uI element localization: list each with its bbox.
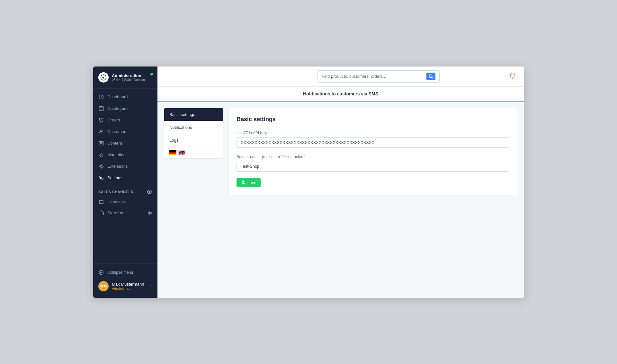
user-chevron-icon: ⌃ bbox=[149, 284, 152, 289]
user-role: Administrator bbox=[112, 287, 149, 290]
add-sales-channel-button[interactable] bbox=[147, 189, 152, 195]
app-logo bbox=[98, 72, 109, 83]
sidebar-item-label-content: Content bbox=[107, 141, 122, 146]
sub-nav-item-logs[interactable]: Logs bbox=[164, 134, 223, 147]
sidebar-item-label-dashboard: Dashboard bbox=[107, 94, 128, 99]
sender-name-label: Sender name: (maximum 11 characters) bbox=[237, 154, 509, 159]
svg-rect-17 bbox=[99, 212, 103, 215]
collapse-menu-icon bbox=[98, 270, 104, 275]
svg-point-20 bbox=[429, 75, 432, 77]
api-key-input[interactable] bbox=[237, 137, 509, 148]
svg-rect-28 bbox=[242, 183, 245, 184]
settings-icon bbox=[98, 175, 104, 181]
search-box bbox=[317, 70, 440, 83]
sidebar: Administration v6.4.4.1 Stable Version D… bbox=[93, 67, 157, 298]
svg-rect-16 bbox=[99, 200, 103, 204]
sidebar-item-content[interactable]: Content bbox=[93, 138, 157, 149]
svg-point-12 bbox=[101, 177, 102, 179]
save-button[interactable]: save bbox=[237, 178, 261, 187]
content-area: Basic settings Notifications Logs bbox=[157, 102, 524, 279]
avatar: MM bbox=[98, 281, 109, 291]
sub-nav-label-logs: Logs bbox=[169, 138, 178, 143]
sales-channels-header: Sales Channels bbox=[93, 184, 157, 197]
sidebar-item-headless[interactable]: Headless bbox=[93, 197, 157, 208]
sidebar-item-label-orders: Orders bbox=[107, 118, 120, 122]
sidebar-item-label-extensions: Extensions bbox=[107, 164, 128, 169]
sidebar-item-customers[interactable]: Customers bbox=[93, 126, 157, 138]
sidebar-item-dashboard[interactable]: Dashboard bbox=[93, 91, 157, 103]
online-status-dot bbox=[150, 73, 153, 75]
extensions-icon bbox=[98, 164, 104, 169]
marketing-icon bbox=[98, 152, 104, 158]
page-title-bar: Notifications to customers via SMS bbox=[157, 87, 524, 102]
search-input[interactable] bbox=[322, 74, 424, 79]
main-content: Notifications to customers via SMS Basic… bbox=[157, 67, 524, 298]
sidebar-item-catalogues[interactable]: Catalogues bbox=[93, 103, 157, 114]
svg-rect-26 bbox=[179, 153, 185, 154]
user-info: Max Mustermann Administrator bbox=[112, 282, 149, 290]
dashboard-icon bbox=[98, 94, 104, 100]
sidebar-item-extensions[interactable]: Extensions bbox=[93, 161, 157, 172]
language-flags bbox=[164, 147, 223, 158]
headless-icon bbox=[98, 199, 104, 205]
sub-nav-item-basic-settings[interactable]: Basic settings bbox=[164, 108, 223, 121]
settings-title: Basic settings bbox=[237, 116, 509, 123]
sender-name-input[interactable] bbox=[237, 161, 509, 172]
sidebar-footer: Collapse menu MM Max Mustermann Administ… bbox=[93, 263, 157, 298]
collapse-menu-button[interactable]: Collapse menu bbox=[93, 267, 157, 278]
api-key-group: sms77.io API Key: bbox=[237, 130, 509, 148]
catalogues-icon bbox=[98, 106, 104, 111]
storefront-visibility-icon[interactable] bbox=[147, 210, 152, 216]
orders-icon bbox=[98, 117, 104, 123]
app-version: v6.4.4.1 Stable Version bbox=[112, 78, 145, 82]
flag-german[interactable] bbox=[169, 150, 176, 155]
app-name: Administration bbox=[112, 73, 145, 78]
svg-rect-27 bbox=[242, 181, 244, 182]
svg-line-21 bbox=[432, 77, 433, 78]
sidebar-header: Administration v6.4.4.1 Stable Version bbox=[93, 67, 157, 89]
search-button[interactable] bbox=[426, 73, 435, 80]
page-body: Basic settings Notifications Logs bbox=[157, 102, 524, 298]
app-title-group: Administration v6.4.4.1 Stable Version bbox=[112, 73, 145, 82]
sidebar-item-orders[interactable]: Orders bbox=[93, 114, 157, 126]
user-name: Max Mustermann bbox=[112, 282, 149, 287]
svg-point-6 bbox=[102, 121, 103, 122]
sidebar-item-label-headless: Headless bbox=[107, 200, 152, 204]
svg-point-18 bbox=[149, 212, 150, 214]
svg-point-11 bbox=[100, 165, 102, 167]
sidebar-nav: Dashboard Catalogues Orders bbox=[93, 89, 157, 263]
sidebar-item-storefront[interactable]: Storefront bbox=[93, 208, 157, 218]
sub-nav-label-basic-settings: Basic settings bbox=[169, 112, 195, 117]
sidebar-item-marketing[interactable]: Marketing bbox=[93, 149, 157, 161]
sidebar-item-label-settings: Settings bbox=[107, 175, 122, 180]
storefront-icon bbox=[98, 210, 104, 216]
flag-english[interactable] bbox=[178, 150, 185, 155]
sidebar-item-label-storefront: Storefront bbox=[107, 210, 147, 215]
page-title: Notifications to customers via SMS bbox=[303, 91, 378, 96]
svg-point-5 bbox=[100, 121, 101, 122]
sidebar-item-settings[interactable]: Settings bbox=[93, 172, 157, 184]
sub-nav: Basic settings Notifications Logs bbox=[164, 108, 223, 159]
svg-rect-2 bbox=[99, 106, 103, 111]
notification-bell-icon[interactable] bbox=[509, 72, 516, 81]
settings-panel: Basic settings sms77.io API Key: Sender … bbox=[228, 108, 517, 195]
top-bar bbox=[157, 67, 524, 87]
sub-nav-label-notifications: Notifications bbox=[169, 125, 192, 130]
svg-rect-8 bbox=[99, 141, 103, 145]
content-icon bbox=[98, 140, 104, 146]
api-key-label: sms77.io API Key: bbox=[237, 130, 509, 135]
header-actions bbox=[440, 72, 516, 81]
sidebar-item-label-catalogues: Catalogues bbox=[107, 106, 129, 111]
sales-channels-label: Sales Channels bbox=[98, 190, 133, 194]
collapse-menu-label: Collapse menu bbox=[107, 270, 133, 275]
user-area[interactable]: MM Max Mustermann Administrator ⌃ bbox=[93, 278, 157, 295]
customers-icon bbox=[98, 129, 104, 135]
save-button-label: save bbox=[247, 180, 256, 185]
sidebar-item-label-marketing: Marketing bbox=[107, 152, 126, 157]
sidebar-item-label-customers: Customers bbox=[107, 129, 128, 134]
sender-name-hint: (maximum 11 characters) bbox=[262, 155, 306, 159]
sender-name-group: Sender name: (maximum 11 characters) bbox=[237, 154, 509, 172]
app-window: Administration v6.4.4.1 Stable Version D… bbox=[93, 67, 524, 298]
sub-nav-item-notifications[interactable]: Notifications bbox=[164, 121, 223, 134]
